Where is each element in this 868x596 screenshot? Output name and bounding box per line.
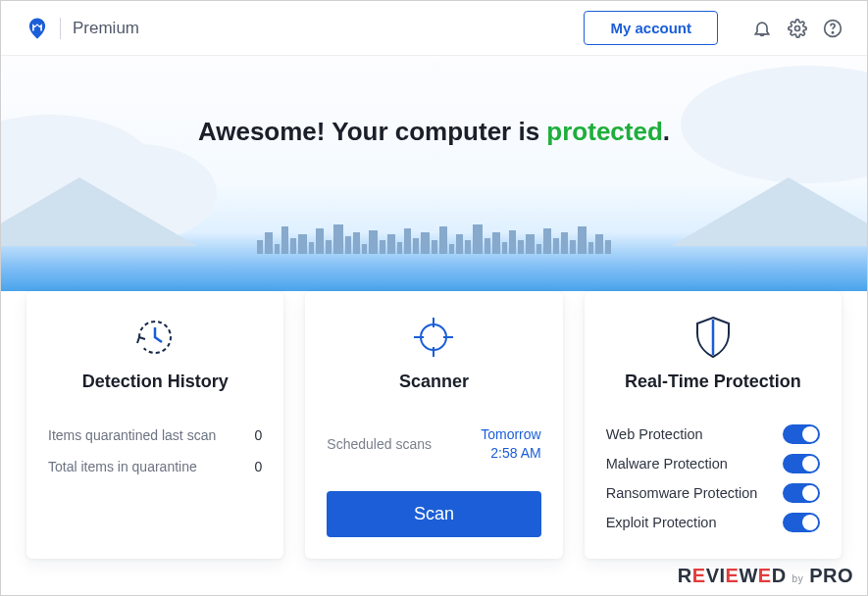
decorative-skyline-icon [1, 215, 867, 254]
detection-history-title: Detection History [48, 372, 262, 392]
wm-by: by [792, 573, 804, 584]
malware-protection-label: Malware Protection [606, 456, 728, 472]
status-suffix: . [663, 117, 670, 146]
rtp-title: Real-Time Protection [606, 372, 820, 392]
wm-vi: VI [706, 565, 726, 586]
header-bar: Premium My account [1, 1, 867, 56]
svg-point-0 [795, 25, 800, 30]
scheduled-time: 2:58 AM [490, 445, 540, 461]
reviewed-by-pro-watermark: REVIEWED by PRO [678, 565, 853, 587]
tier-label: Premium [73, 19, 139, 38]
malwarebytes-logo-icon [25, 16, 50, 41]
settings-gear-icon[interactable] [787, 18, 808, 39]
scheduled-day: Tomorrow [481, 426, 540, 442]
malware-protection-toggle[interactable] [783, 454, 820, 473]
scanner-card[interactable]: Scanner Scheduled scans Tomorrow 2:58 AM… [305, 291, 562, 559]
status-emphasis: protected [546, 117, 662, 146]
web-protection-row: Web Protection [606, 420, 820, 449]
shield-icon [606, 311, 820, 364]
total-quarantine-label: Total items in quarantine [48, 459, 197, 474]
ransomware-protection-label: Ransomware Protection [606, 485, 758, 501]
scheduled-scans-value: Tomorrow 2:58 AM [481, 425, 540, 463]
my-account-button[interactable]: My account [584, 11, 718, 45]
help-icon[interactable] [822, 18, 843, 39]
app-window: Premium My account [0, 0, 868, 596]
wm-pro: PRO [809, 565, 853, 587]
wm-r: R [678, 565, 692, 586]
svg-point-3 [421, 324, 446, 350]
quarantined-last-scan-value: 0 [255, 427, 263, 443]
status-headline: Awesome! Your computer is protected. [1, 56, 867, 147]
notifications-icon[interactable] [751, 18, 773, 39]
status-prefix: Awesome! Your computer is [198, 117, 546, 146]
detection-history-card[interactable]: Detection History Items quarantined last… [26, 291, 283, 559]
svg-point-2 [832, 31, 833, 32]
hero-banner: Awesome! Your computer is protected. [1, 56, 867, 291]
quarantined-last-scan-row: Items quarantined last scan 0 [48, 420, 262, 451]
history-clock-icon [48, 311, 262, 364]
total-quarantine-value: 0 [255, 459, 263, 474]
header-divider [60, 18, 61, 39]
total-quarantine-row: Total items in quarantine 0 [48, 451, 262, 482]
ransomware-protection-row: Ransomware Protection [606, 478, 820, 508]
crosshair-icon [327, 311, 540, 364]
ransomware-protection-toggle[interactable] [783, 483, 820, 503]
scheduled-scans-label: Scheduled scans [327, 436, 432, 452]
dashboard-cards: Detection History Items quarantined last… [1, 291, 867, 559]
wm-d: D [772, 565, 787, 586]
exploit-protection-toggle[interactable] [783, 513, 820, 532]
exploit-protection-label: Exploit Protection [606, 515, 717, 530]
scan-button[interactable]: Scan [327, 491, 540, 537]
web-protection-toggle[interactable] [783, 424, 820, 444]
wm-w: W [739, 565, 757, 586]
real-time-protection-card[interactable]: Real-Time Protection Web Protection Malw… [585, 291, 842, 559]
quarantined-last-scan-label: Items quarantined last scan [48, 427, 216, 443]
exploit-protection-row: Exploit Protection [606, 508, 820, 537]
malware-protection-row: Malware Protection [606, 449, 820, 478]
web-protection-label: Web Protection [606, 426, 703, 442]
scheduled-scans-row: Scheduled scans Tomorrow 2:58 AM [327, 425, 540, 463]
scanner-title: Scanner [327, 372, 540, 392]
